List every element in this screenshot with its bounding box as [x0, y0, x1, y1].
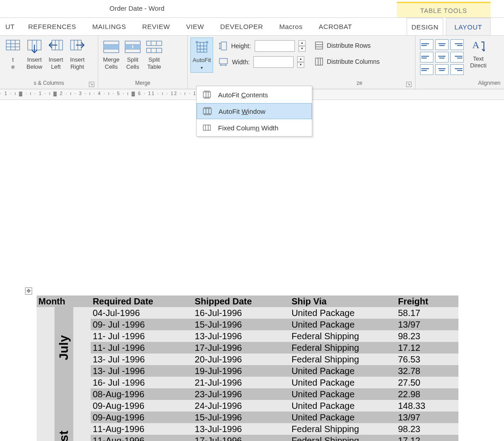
- cell-via[interactable]: Federal Shipping: [290, 342, 396, 354]
- insert-below-button[interactable]: Insert Below: [24, 37, 45, 71]
- cell-ship[interactable]: 24-Jul-1996: [193, 400, 290, 412]
- cell-fr[interactable]: 22.98: [396, 388, 458, 400]
- data-table[interactable]: Month Required Date Shipped Date Ship Vi…: [37, 295, 458, 441]
- cell-ship[interactable]: 15-Jul-1996: [193, 412, 290, 423]
- cell-fr[interactable]: 13/97: [396, 319, 458, 330]
- cell-via[interactable]: United Package: [290, 365, 396, 377]
- tab-references[interactable]: REFERENCES: [20, 18, 84, 35]
- cell-ship[interactable]: 13-Jul-1996: [193, 423, 290, 435]
- cell-via[interactable]: Federal Shipping: [290, 330, 396, 342]
- align-mid-right-icon[interactable]: [450, 52, 464, 62]
- align-top-left-icon[interactable]: [420, 39, 433, 50]
- table-row[interactable]: 16- Jul -199621-Jul-1996United Package27…: [37, 377, 458, 388]
- cell-via[interactable]: United Package: [290, 412, 396, 423]
- cell-fr[interactable]: 13/97: [396, 412, 458, 423]
- distribute-columns-button[interactable]: Distribute Columns: [315, 57, 380, 66]
- table-row[interactable]: 11-Aug-199617-Jul-1996Federal Shipping17…: [37, 435, 458, 441]
- tab-review[interactable]: REVIEW: [134, 18, 178, 35]
- menu-autofit-contents[interactable]: AutoFit Contents: [197, 86, 312, 103]
- align-top-center-icon[interactable]: [435, 39, 449, 50]
- cell-req[interactable]: 11-Aug-1996: [91, 423, 193, 435]
- split-table-button[interactable]: Split Table: [144, 37, 164, 71]
- tab-acrobat[interactable]: ACROBAT: [311, 18, 360, 35]
- table-row[interactable]: 13- Jul -199620-Jul-1996Federal Shipping…: [37, 354, 458, 365]
- cell-ship[interactable]: 17-Jul-1996: [193, 342, 290, 354]
- cell-via[interactable]: United Package: [290, 307, 396, 319]
- table-row[interactable]: July04-Jul-199616-Jul-1996United Package…: [37, 307, 458, 319]
- distribute-rows-button[interactable]: Distribute Rows: [315, 41, 380, 50]
- cell-req[interactable]: 11- Jul -1996: [91, 342, 193, 354]
- table-row[interactable]: 11- Jul -199613-Jul-1996Federal Shipping…: [37, 330, 458, 342]
- table-row[interactable]: 09- Jul -199615-Jul-1996United Package13…: [37, 319, 458, 330]
- menu-fixed-column-width[interactable]: Fixed Column Width: [197, 119, 312, 136]
- split-cells-button[interactable]: Split Cells: [122, 37, 143, 71]
- cell-req[interactable]: 08-Aug-1996: [91, 388, 193, 400]
- table-row[interactable]: 13- Jul -199619-Jul-1996United Package32…: [37, 365, 458, 377]
- cell-req[interactable]: 09-Aug-1996: [91, 400, 193, 412]
- cell-req[interactable]: 09-Aug-1996: [91, 412, 193, 423]
- cell-req[interactable]: 04-Jul-1996: [91, 307, 193, 319]
- cell-ship[interactable]: 16-Jul-1996: [193, 307, 290, 319]
- tab-layout[interactable]: LAYOUT: [446, 18, 491, 35]
- table-row[interactable]: 11- Jul -199617-Jul-1996Federal Shipping…: [37, 342, 458, 354]
- menu-autofit-window[interactable]: AutoFit Window: [197, 103, 312, 119]
- cell-via[interactable]: United Package: [290, 319, 396, 330]
- cell-fr[interactable]: 98.23: [396, 423, 458, 435]
- cell-ship[interactable]: 15-Jul-1996: [193, 319, 290, 330]
- insert-left-button[interactable]: Insert Left: [46, 37, 66, 71]
- cell-ship[interactable]: 17-Jul-1996: [193, 435, 290, 441]
- cell-via[interactable]: Federal Shipping: [290, 435, 396, 441]
- tab-macros[interactable]: Macros: [271, 18, 311, 35]
- insert-fragment-button[interactable]: te: [3, 37, 23, 71]
- cell-via[interactable]: United Package: [290, 400, 396, 412]
- autofit-button[interactable]: AutoFit▾: [190, 37, 213, 73]
- align-bot-right-icon[interactable]: [450, 64, 464, 75]
- cell-via[interactable]: United Package: [290, 388, 396, 400]
- dialog-launcher-icon[interactable]: ↘: [89, 82, 94, 87]
- tab-mailings[interactable]: MAILINGS: [84, 18, 134, 35]
- cell-fr[interactable]: 98.23: [396, 330, 458, 342]
- cell-fr[interactable]: 17.12: [396, 435, 458, 441]
- cell-req[interactable]: 11-Aug-1996: [91, 435, 193, 441]
- merge-cells-button[interactable]: Merge Cells: [101, 37, 122, 71]
- alignment-grid[interactable]: [418, 37, 466, 77]
- table-row[interactable]: 09-Aug-199615-Jul-1996United Package13/9…: [37, 412, 458, 423]
- cell-req[interactable]: 13- Jul -1996: [91, 365, 193, 377]
- cell-fr[interactable]: 76.53: [396, 354, 458, 365]
- cell-fr[interactable]: 58.17: [396, 307, 458, 319]
- dialog-launcher-cellsize-icon[interactable]: ↘: [406, 82, 412, 87]
- tab-developer[interactable]: DEVELOPER: [212, 18, 271, 35]
- tab-fragment-ut[interactable]: UT: [0, 18, 20, 35]
- cell-fr[interactable]: 32.78: [396, 365, 458, 377]
- tab-design[interactable]: DESIGN: [407, 18, 443, 35]
- cell-ship[interactable]: 23-Jul-1996: [193, 388, 290, 400]
- cell-ship[interactable]: 13-Jul-1996: [193, 330, 290, 342]
- cell-ship[interactable]: 20-Jul-1996: [193, 354, 290, 365]
- cell-req[interactable]: 09- Jul -1996: [91, 319, 193, 330]
- cell-via[interactable]: Federal Shipping: [290, 423, 396, 435]
- tab-view[interactable]: VIEW: [178, 18, 212, 35]
- table-row[interactable]: 09-Aug-199624-Jul-1996United Package148.…: [37, 400, 458, 412]
- align-bot-center-icon[interactable]: [435, 64, 449, 75]
- width-input[interactable]: [253, 56, 294, 68]
- align-bot-left-icon[interactable]: [420, 64, 433, 75]
- table-move-handle-icon[interactable]: ✥: [25, 287, 32, 295]
- align-mid-left-icon[interactable]: [420, 52, 433, 62]
- cell-via[interactable]: United Package: [290, 377, 396, 388]
- cell-req[interactable]: 16- Jul -1996: [91, 377, 193, 388]
- cell-fr[interactable]: 17.12: [396, 342, 458, 354]
- cell-fr[interactable]: 148.33: [396, 400, 458, 412]
- cell-ship[interactable]: 21-Jul-1996: [193, 377, 290, 388]
- height-spinner[interactable]: ▴▾: [298, 40, 306, 52]
- align-mid-center-icon[interactable]: [435, 52, 449, 62]
- width-spinner[interactable]: ▴▾: [297, 56, 304, 68]
- cell-via[interactable]: Federal Shipping: [290, 354, 396, 365]
- text-direction-button[interactable]: A Text Directi: [469, 37, 487, 71]
- table-row[interactable]: 11-Aug-199613-Jul-1996Federal Shipping98…: [37, 423, 458, 435]
- insert-right-button[interactable]: Insert Right: [67, 37, 88, 71]
- cell-req[interactable]: 13- Jul -1996: [91, 354, 193, 365]
- cell-ship[interactable]: 19-Jul-1996: [193, 365, 290, 377]
- align-top-right-icon[interactable]: [450, 39, 464, 50]
- height-input[interactable]: [255, 40, 295, 52]
- table-row[interactable]: August08-Aug-199623-Jul-1996United Packa…: [37, 388, 458, 400]
